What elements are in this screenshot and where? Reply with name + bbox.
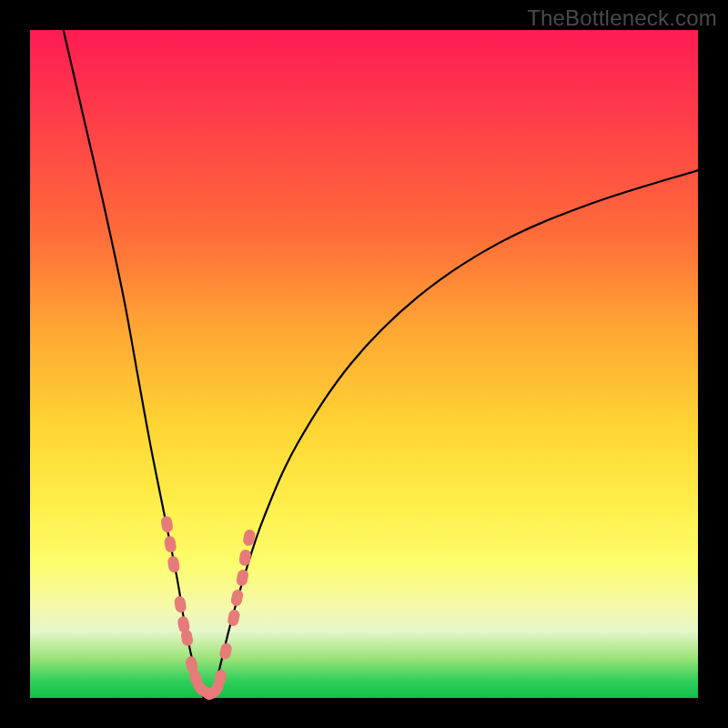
chart-frame: TheBottleneck.com (0, 0, 728, 728)
curve-layer (64, 30, 698, 698)
marker-capsule (236, 569, 249, 587)
chart-svg (30, 30, 698, 698)
marker-capsule (174, 595, 187, 613)
marker-capsule (227, 609, 240, 627)
marker-capsule (160, 515, 174, 533)
marker-capsule (230, 589, 245, 607)
marker-capsule (167, 555, 180, 573)
marker-capsule (238, 549, 252, 567)
marker-capsule (218, 642, 233, 661)
marker-layer (160, 515, 256, 702)
right-branch-curve (210, 170, 698, 698)
watermark-text: TheBottleneck.com (527, 5, 717, 31)
marker-capsule (164, 535, 177, 553)
